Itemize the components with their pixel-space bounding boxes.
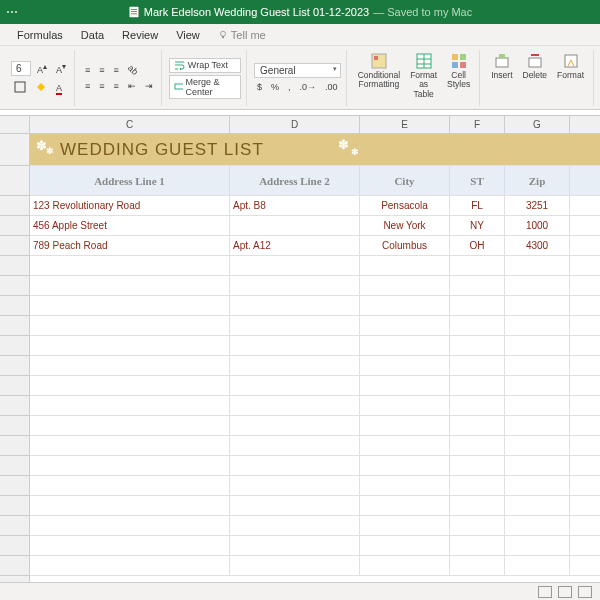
cell-st[interactable]: NY bbox=[450, 216, 505, 235]
cell-zip[interactable]: 1000 bbox=[505, 216, 570, 235]
col-header-c[interactable]: C bbox=[30, 116, 230, 133]
flower-icon: ✽ bbox=[351, 147, 360, 157]
insert-button[interactable]: Insert bbox=[487, 50, 516, 106]
page-break-view-button[interactable] bbox=[578, 586, 592, 598]
tell-me-search[interactable]: Tell me bbox=[209, 29, 275, 41]
tab-data[interactable]: Data bbox=[72, 29, 113, 41]
table-row bbox=[30, 396, 600, 416]
cell-addr2[interactable]: Apt. B8 bbox=[230, 196, 360, 215]
cell-zip[interactable]: 3251 bbox=[505, 196, 570, 215]
fill-color-button[interactable] bbox=[32, 79, 50, 97]
cond-fmt-icon bbox=[370, 52, 388, 70]
row-header[interactable] bbox=[0, 436, 29, 456]
normal-view-button[interactable] bbox=[538, 586, 552, 598]
cell-addr1[interactable]: 123 Revolutionary Road bbox=[30, 196, 230, 215]
header-addr2[interactable]: Address Line 2 bbox=[230, 166, 360, 195]
tab-view[interactable]: View bbox=[167, 29, 209, 41]
sheet-title[interactable]: ✽ ✽ WEDDING GUEST LIST ✽ ✽ bbox=[30, 134, 570, 165]
window-menu-icon[interactable]: ⋯ bbox=[6, 5, 19, 19]
row-header[interactable] bbox=[0, 556, 29, 576]
align-bottom-button[interactable]: ≡ bbox=[111, 63, 122, 77]
header-st[interactable]: ST bbox=[450, 166, 505, 195]
align-center-button[interactable]: ≡ bbox=[96, 79, 107, 93]
styles-group: Conditional Formatting Format as Table C… bbox=[349, 50, 481, 106]
conditional-formatting-button[interactable]: Conditional Formatting bbox=[354, 50, 405, 106]
row-header[interactable] bbox=[0, 236, 29, 256]
cell-city[interactable]: New York bbox=[360, 216, 450, 235]
decrease-indent-button[interactable]: ⇤ bbox=[125, 79, 139, 93]
row-header[interactable] bbox=[0, 166, 29, 196]
row-header[interactable] bbox=[0, 256, 29, 276]
align-right-button[interactable]: ≡ bbox=[111, 79, 122, 93]
row-header[interactable] bbox=[0, 476, 29, 496]
svg-point-4 bbox=[220, 31, 225, 36]
row-header[interactable] bbox=[0, 536, 29, 556]
decrease-font-button[interactable]: A▾ bbox=[53, 60, 69, 77]
tab-review[interactable]: Review bbox=[113, 29, 167, 41]
table-row bbox=[30, 336, 600, 356]
percent-button[interactable]: % bbox=[268, 80, 282, 94]
cell-zip[interactable]: 4300 bbox=[505, 236, 570, 255]
row-header[interactable] bbox=[0, 336, 29, 356]
cell-st[interactable]: FL bbox=[450, 196, 505, 215]
format-as-table-button[interactable]: Format as Table bbox=[406, 50, 441, 106]
increase-font-button[interactable]: A▴ bbox=[34, 60, 50, 77]
orientation-button[interactable]: ab bbox=[125, 63, 141, 77]
font-size-input[interactable]: 6 bbox=[11, 61, 31, 76]
row-header[interactable] bbox=[0, 496, 29, 516]
align-top-button[interactable]: ≡ bbox=[82, 63, 93, 77]
row-header[interactable] bbox=[0, 196, 29, 216]
row-header[interactable] bbox=[0, 216, 29, 236]
merge-center-button[interactable]: Merge & Center bbox=[169, 75, 241, 99]
currency-button[interactable]: $ bbox=[254, 80, 265, 94]
cell-st[interactable]: OH bbox=[450, 236, 505, 255]
cells-area[interactable]: ✽ ✽ WEDDING GUEST LIST ✽ ✽ Address Line … bbox=[30, 134, 600, 582]
cell-city[interactable]: Pensacola bbox=[360, 196, 450, 215]
row-header[interactable] bbox=[0, 296, 29, 316]
align-middle-button[interactable]: ≡ bbox=[96, 63, 107, 77]
format-button[interactable]: Format bbox=[553, 50, 588, 106]
cell-addr2[interactable]: Apt. A12 bbox=[230, 236, 360, 255]
col-header-f[interactable]: F bbox=[450, 116, 505, 133]
svg-rect-7 bbox=[175, 84, 183, 89]
number-format-select[interactable]: General bbox=[254, 63, 341, 78]
cell-addr1[interactable]: 456 Apple Street bbox=[30, 216, 230, 235]
row-header[interactable] bbox=[0, 416, 29, 436]
table-row bbox=[30, 296, 600, 316]
page-layout-view-button[interactable] bbox=[558, 586, 572, 598]
row-header[interactable] bbox=[0, 376, 29, 396]
col-header-g[interactable]: G bbox=[505, 116, 570, 133]
comma-button[interactable]: , bbox=[285, 80, 294, 94]
decrease-decimal-button[interactable]: .00 bbox=[322, 80, 341, 94]
row-header[interactable] bbox=[0, 356, 29, 376]
align-left-button[interactable]: ≡ bbox=[82, 79, 93, 93]
header-zip[interactable]: Zip bbox=[505, 166, 570, 195]
cell-addr2[interactable] bbox=[230, 216, 360, 235]
lightbulb-icon bbox=[218, 30, 228, 40]
cell-addr1[interactable]: 789 Peach Road bbox=[30, 236, 230, 255]
wrap-text-button[interactable]: Wrap Text bbox=[169, 58, 241, 73]
row-header[interactable] bbox=[0, 456, 29, 476]
cell-city[interactable]: Columbus bbox=[360, 236, 450, 255]
row-header[interactable] bbox=[0, 396, 29, 416]
increase-indent-button[interactable]: ⇥ bbox=[142, 79, 156, 93]
row-header[interactable] bbox=[0, 516, 29, 536]
insert-icon bbox=[493, 52, 511, 70]
svg-rect-20 bbox=[529, 58, 541, 67]
flower-icon: ✽ bbox=[46, 146, 55, 156]
header-addr1[interactable]: Address Line 1 bbox=[30, 166, 230, 195]
increase-decimal-button[interactable]: .0→ bbox=[297, 80, 320, 94]
col-header-d[interactable]: D bbox=[230, 116, 360, 133]
row-header[interactable] bbox=[0, 276, 29, 296]
font-color-button[interactable]: A bbox=[53, 81, 65, 95]
cell-styles-button[interactable]: Cell Styles bbox=[443, 50, 474, 106]
delete-button[interactable]: Delete bbox=[519, 50, 552, 106]
row-header[interactable] bbox=[0, 134, 29, 166]
tab-formulas[interactable]: Formulas bbox=[8, 29, 72, 41]
header-city[interactable]: City bbox=[360, 166, 450, 195]
row-header[interactable] bbox=[0, 316, 29, 336]
col-header-e[interactable]: E bbox=[360, 116, 450, 133]
table-row bbox=[30, 496, 600, 516]
border-button[interactable] bbox=[11, 79, 29, 97]
select-all-corner[interactable] bbox=[0, 116, 30, 133]
